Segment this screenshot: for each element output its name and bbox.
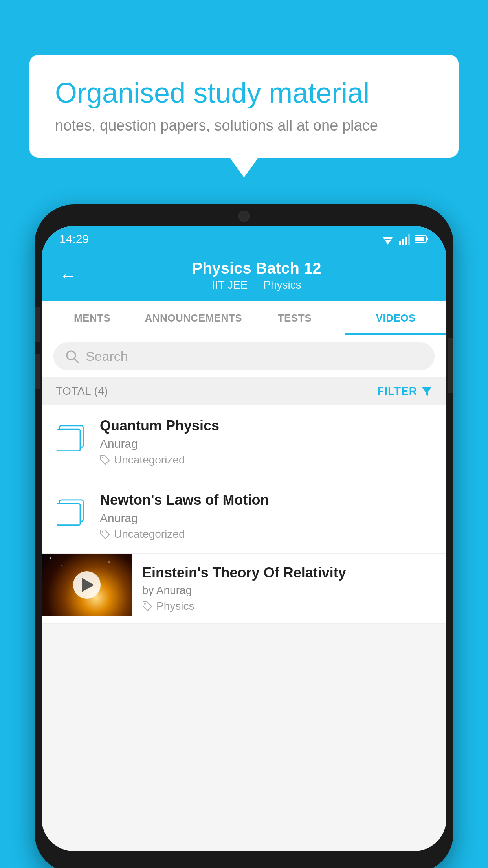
video-info-newton: Newton's Laws of Motion Anurag Uncategor… <box>100 492 435 541</box>
folder-icon-quantum <box>53 419 89 454</box>
speech-bubble: Organised study material notes, question… <box>29 55 459 158</box>
batch-title: Physics Batch 12 <box>84 259 429 277</box>
video-info-einstein: Einstein's Theory Of Relativity by Anura… <box>132 554 446 623</box>
svg-point-19 <box>144 603 146 605</box>
svg-rect-5 <box>405 237 407 245</box>
subtitle-iitjee: IIT JEE <box>212 279 248 291</box>
volume-down-button <box>35 354 40 389</box>
video-tag-einstein: Physics <box>156 600 194 612</box>
filter-button[interactable]: FILTER <box>377 385 432 397</box>
search-icon <box>65 349 79 364</box>
wifi-icon <box>382 234 394 245</box>
video-item-quantum-physics[interactable]: Quantum Physics Anurag Uncategorized <box>42 405 446 479</box>
status-bar: 14:29 <box>42 226 446 252</box>
total-count: TOTAL (4) <box>56 385 108 397</box>
video-item-einstein[interactable]: Einstein's Theory Of Relativity by Anura… <box>42 554 446 624</box>
tag-icon-einstein <box>142 601 152 611</box>
svg-rect-3 <box>399 241 401 245</box>
tab-bar: MENTS ANNOUNCEMENTS TESTS VIDEOS <box>42 301 446 335</box>
svg-rect-8 <box>415 237 424 241</box>
video-tag-row-einstein: Physics <box>142 600 436 612</box>
folder-icon-newton <box>53 493 89 529</box>
einstein-thumbnail <box>42 554 132 616</box>
svg-rect-14 <box>57 429 80 451</box>
volume-up-button <box>35 307 40 342</box>
bubble-title: Organised study material <box>55 77 433 109</box>
svg-rect-4 <box>402 239 404 245</box>
play-triangle-icon <box>82 578 94 592</box>
front-camera <box>238 211 250 222</box>
status-time: 14:29 <box>59 232 89 246</box>
svg-marker-12 <box>422 387 431 396</box>
video-tag-row-quantum: Uncategorized <box>100 454 435 466</box>
svg-rect-6 <box>408 234 410 245</box>
svg-point-15 <box>102 457 103 458</box>
search-placeholder: Search <box>86 349 128 364</box>
video-info-quantum: Quantum Physics Anurag Uncategorized <box>100 417 435 466</box>
filter-row: TOTAL (4) FILTER <box>42 378 446 405</box>
tab-tests[interactable]: TESTS <box>244 301 345 335</box>
video-tag-quantum: Uncategorized <box>114 454 185 466</box>
tag-icon-newton <box>100 529 110 539</box>
power-button <box>448 338 453 393</box>
bubble-subtitle: notes, question papers, solutions all at… <box>55 117 433 134</box>
app-header: ← Physics Batch 12 IIT JEE Physics <box>42 252 446 301</box>
phone-frame: 14:29 <box>35 204 453 868</box>
video-author-newton: Anurag <box>100 511 435 525</box>
status-icons <box>382 234 429 245</box>
back-button[interactable]: ← <box>59 266 77 285</box>
filter-label: FILTER <box>377 385 417 397</box>
filter-funnel-icon <box>421 386 432 397</box>
battery-icon <box>415 235 429 243</box>
svg-rect-17 <box>57 504 80 525</box>
svg-line-11 <box>74 359 78 362</box>
video-list: Quantum Physics Anurag Uncategorized <box>42 405 446 624</box>
play-button-einstein[interactable] <box>73 571 101 599</box>
header-title-area: Physics Batch 12 IIT JEE Physics <box>84 259 429 291</box>
phone-notch <box>201 204 287 226</box>
folder-svg-quantum <box>57 421 86 452</box>
tag-icon-quantum <box>100 455 110 465</box>
signal-icon <box>399 234 410 245</box>
video-title-quantum: Quantum Physics <box>100 417 435 434</box>
video-tag-row-newton: Uncategorized <box>100 528 435 541</box>
video-author-quantum: Anurag <box>100 437 435 451</box>
folder-svg-newton <box>57 495 86 527</box>
svg-point-18 <box>102 531 103 533</box>
header-subtitle: IIT JEE Physics <box>84 279 429 291</box>
video-tag-newton: Uncategorized <box>114 528 185 541</box>
tab-videos[interactable]: VIDEOS <box>345 301 446 335</box>
tab-announcements[interactable]: ANNOUNCEMENTS <box>143 301 244 335</box>
subtitle-physics: Physics <box>263 279 301 291</box>
video-title-einstein: Einstein's Theory Of Relativity <box>142 565 436 581</box>
video-item-newtons-laws[interactable]: Newton's Laws of Motion Anurag Uncategor… <box>42 479 446 554</box>
phone-screen: 14:29 <box>42 226 446 851</box>
video-author-einstein: by Anurag <box>142 584 436 597</box>
tab-ments[interactable]: MENTS <box>42 301 143 335</box>
svg-rect-9 <box>427 238 428 240</box>
search-container: Search <box>42 335 446 378</box>
video-title-newton: Newton's Laws of Motion <box>100 492 435 508</box>
search-bar[interactable]: Search <box>53 342 435 370</box>
